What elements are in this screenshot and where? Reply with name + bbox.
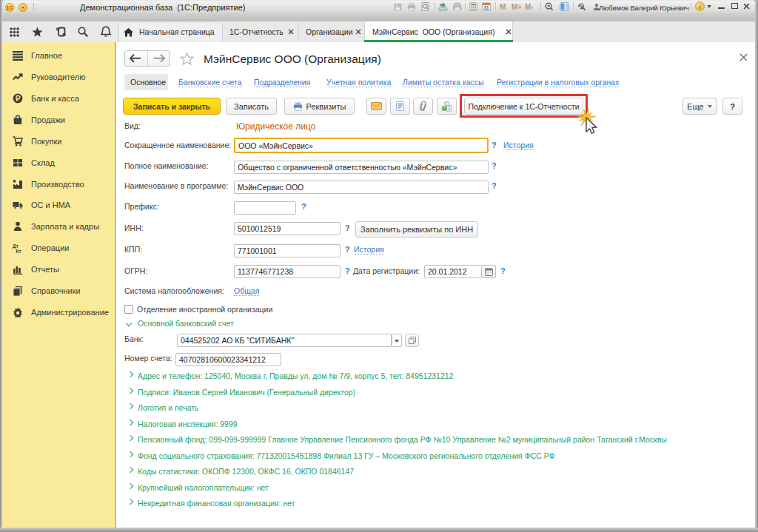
svg-text:31: 31 <box>483 5 489 10</box>
svg-text:Кт: Кт <box>16 249 21 254</box>
